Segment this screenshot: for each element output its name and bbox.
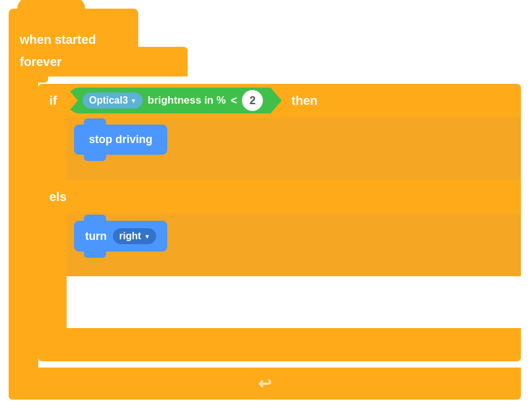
stop-driving-block[interactable]: stop driving [74, 125, 167, 155]
condition-pill: Optical3 ▼ brightness in % < 2 [67, 88, 281, 113]
if-left-rail [38, 117, 67, 328]
forever-bottom-bar: ↩ [9, 368, 521, 400]
if-top-row: if Optical3 ▼ brightness in % < 2 [38, 84, 521, 117]
turn-right-block[interactable]: turn right ▼ [74, 221, 167, 252]
forever-block: forever if Optical3 ▼ [9, 47, 521, 400]
if-bottom-row [38, 328, 521, 361]
direction-dropdown-arrow: ▼ [144, 233, 151, 240]
else-row: else [38, 180, 521, 213]
when-started-label: when started [20, 33, 96, 47]
else-section: turn right ▼ [67, 213, 521, 276]
value-number: 2 [249, 94, 256, 107]
if-else-block: if Optical3 ▼ brightness in % < 2 [38, 84, 521, 361]
then-section: stop driving [67, 117, 521, 180]
optical-sensor-dropdown[interactable]: Optical3 ▼ [83, 92, 143, 109]
loop-arrow: ↩ [258, 374, 272, 393]
direction-label: right [119, 231, 141, 242]
direction-dropdown[interactable]: right ▼ [113, 228, 156, 244]
brightness-label: brightness in % [148, 94, 226, 107]
else-row-extension [67, 180, 521, 213]
less-than-operator: < [231, 94, 238, 107]
if-keyword: if [49, 94, 57, 108]
stop-driving-label: stop driving [89, 133, 152, 146]
scratch-canvas: when started forever if Optical3 [0, 0, 532, 407]
forever-content: if Optical3 ▼ brightness in % < 2 [38, 76, 521, 368]
when-started-block[interactable]: when started [9, 9, 138, 53]
optical-sensor-label: Optical3 [89, 95, 128, 106]
value-input[interactable]: 2 [242, 90, 263, 111]
then-keyword: then [291, 94, 317, 108]
forever-left-rail [9, 76, 38, 368]
turn-label: turn [85, 230, 107, 243]
sensor-dropdown-arrow: ▼ [130, 97, 136, 104]
